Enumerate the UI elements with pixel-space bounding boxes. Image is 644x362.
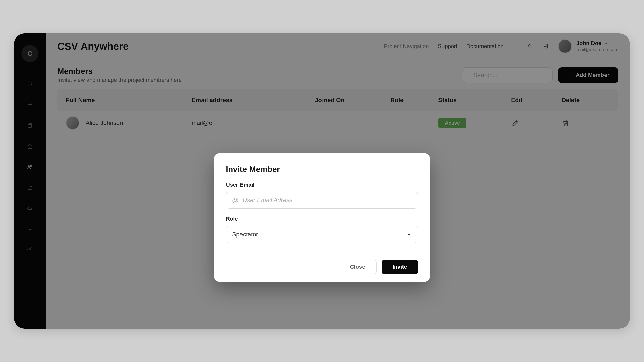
email-input-wrap[interactable]: @ (226, 192, 418, 209)
invite-label: Invite (393, 264, 407, 270)
close-button[interactable]: Close (339, 260, 377, 274)
modal-footer: Close Invite (214, 252, 430, 282)
role-select[interactable]: Spectator (226, 226, 418, 243)
role-value: Spectator (232, 231, 258, 238)
invite-button[interactable]: Invite (382, 260, 418, 274)
close-label: Close (350, 264, 365, 270)
chevron-down-icon (406, 232, 412, 237)
at-icon: @ (232, 196, 238, 204)
role-label: Role (226, 216, 418, 222)
email-label: User Email (226, 182, 418, 188)
email-input[interactable] (243, 197, 412, 204)
invite-member-modal: Invite Member User Email @ Role Spectato… (214, 153, 430, 282)
modal-title: Invite Member (226, 165, 418, 174)
